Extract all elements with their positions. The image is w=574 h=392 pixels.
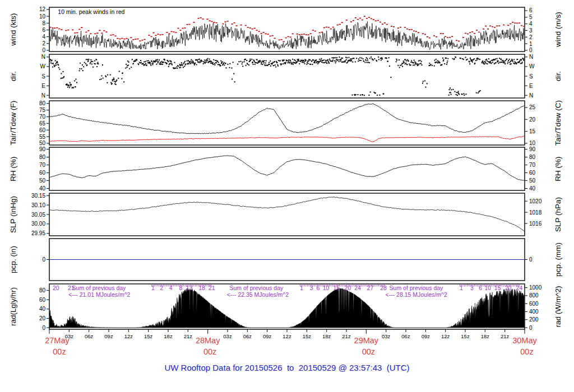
hour-tick-label: 12z <box>124 333 133 339</box>
hour-tick-label: 09z <box>263 333 272 339</box>
dir-left-tick-label: E <box>41 83 45 89</box>
wind-left-tick-label: 8 <box>42 20 45 26</box>
dir-right-tick-label: E <box>529 83 533 89</box>
rad-left-axis-label: rad(Lgly/hr) <box>9 287 17 326</box>
rad-sum-number: 28 <box>380 284 387 291</box>
wind-speed-line <box>49 21 524 49</box>
temp-left-tick-label: 65 <box>39 120 46 127</box>
dir-left-axis-label: dir. <box>9 71 17 81</box>
rad-right-tick-label: 400 <box>529 309 539 315</box>
wind-right-tick-label: 4 <box>529 21 533 27</box>
rh-right-axis-label: RH (%) <box>554 156 562 181</box>
hour-tick-label: 06z <box>401 333 410 339</box>
hour-tick-label: 15z <box>144 333 153 339</box>
rh-left-tick-label: 40 <box>39 185 46 192</box>
slp-left-tick-label: 30.15 <box>31 193 45 199</box>
rad-sum-number: 18 <box>198 284 205 291</box>
temp-right-tick-label: 20 <box>529 116 536 123</box>
wind-left-tick-label: 10 <box>39 13 46 20</box>
temp-left-tick-label: 55 <box>39 134 46 140</box>
rad-sum-number: 6 <box>479 284 482 291</box>
rh-left-tick-label: 80 <box>39 154 46 160</box>
rad-right-tick-label: 1000 <box>529 284 542 291</box>
rh-right-tick-label: 40 <box>529 185 536 192</box>
dir-right-tick-label: N <box>529 54 533 60</box>
slp-left-tick-label: 30.05 <box>31 212 45 218</box>
rad-sum-number: 20 <box>53 284 59 291</box>
temp-right-tick-label: 25 <box>529 104 536 110</box>
rh-right-tick-label: 90 <box>529 146 536 152</box>
slp-left-tick-label: 29.95 <box>31 230 45 236</box>
rad-sum-text: <--- 22.35 MJoules/m^2 <box>227 291 289 298</box>
rad-sum-text: <--- 21.01 MJoules/m^2 <box>68 291 130 298</box>
wind-right-tick-label: 6 <box>529 7 533 13</box>
hour-tick-label: 21z <box>342 333 351 339</box>
pcp-left-axis-label: pcp. (in) <box>9 246 17 273</box>
hour-tick-label: 09z <box>422 333 430 339</box>
rh-right-tick-label: 80 <box>529 154 536 160</box>
dir-right-tick-label: W <box>529 63 535 69</box>
slp-right-tick-label: 1016 <box>529 221 542 227</box>
slp-line <box>49 197 525 232</box>
day-label-date: 27May <box>45 336 70 345</box>
rh-right-tick-label: 60 <box>529 170 536 176</box>
rad-sum-number: 1 <box>300 284 303 291</box>
rad-sum-number: 2 <box>160 284 163 291</box>
rad-sum-text: Sum of previous day <box>390 284 443 291</box>
wind-left-tick-label: 6 <box>42 27 45 33</box>
rad-right-tick-label: 0 <box>529 325 533 331</box>
rad-sum-number: 24 <box>516 284 523 291</box>
weather-multipanel-chart: 10 min. peak winds in red024681012012345… <box>0 0 574 392</box>
hour-tick-label: 06z <box>85 333 94 339</box>
temp-right-axis-label: Tair/Tdew (C) <box>554 100 562 146</box>
rh-right-tick-label: 50 <box>529 178 536 184</box>
rh-left-tick-label: 60 <box>39 170 46 176</box>
rad-right-tick-label: 800 <box>529 292 539 298</box>
pcp-left-tick-label: 0 <box>42 256 45 263</box>
slp-left-tick-label: 30.10 <box>31 202 45 208</box>
hour-tick-label: 09z <box>104 333 113 339</box>
rad-sum-number: 20 <box>505 284 512 291</box>
hour-tick-label: 03z <box>382 333 391 339</box>
dir-left-tick-label: W <box>40 63 46 69</box>
dir-right-tick-label: N <box>529 92 533 99</box>
dir-scatter-points <box>49 57 525 96</box>
rad-sum-number: 13 <box>186 284 193 291</box>
dir-left-tick-label: N <box>41 92 45 99</box>
rad-sum-number: 3 <box>470 284 474 291</box>
hour-tick-label: 18z <box>164 333 173 339</box>
dir-right-axis-label: dir. <box>554 71 562 81</box>
rad-left-tick-label: 60 <box>39 297 46 303</box>
temp-left-tick-label: 50 <box>39 140 46 146</box>
rad-sum-number: 15 <box>494 284 501 291</box>
temp-right-tick-label: 10 <box>529 140 536 146</box>
panel-slp-frame <box>49 193 525 236</box>
rad-purple-annotations: 2021124813182113610152024272813610152024… <box>53 284 523 298</box>
rad-sum-text: Sum of previous day <box>230 284 284 291</box>
rad-left-tick-label: 0 <box>42 325 45 331</box>
slp-left-tick-label: 30.00 <box>31 221 45 227</box>
hour-tick-label: 03z <box>223 333 232 339</box>
rad-sum-number: 4 <box>169 284 173 291</box>
rad-sum-number: 15 <box>333 284 340 291</box>
rad-sum-number: 3 <box>310 284 313 291</box>
rad-sum-text: Sum of previous day <box>72 284 126 291</box>
rh-right-tick-label: 70 <box>529 162 536 168</box>
hour-tick-label: 18z <box>322 333 331 339</box>
day-label-time: 00z <box>53 347 66 356</box>
day-label-time: 00z <box>520 347 533 356</box>
rh-left-axis-label: RH (%) <box>9 156 17 181</box>
wind-peak-marks <box>49 16 525 42</box>
rad-sum-number: 8 <box>179 284 182 291</box>
rad-sum-number: 20 <box>345 284 351 291</box>
hour-tick-label: 12z <box>283 333 291 339</box>
rh-left-tick-label: 90 <box>39 146 46 152</box>
pcp-right-axis-label: pcp. (mm) <box>554 242 562 277</box>
temp-left-tick-label: 60 <box>39 127 46 133</box>
temp-right-tick-label: 15 <box>529 128 536 134</box>
hour-tick-label: 06z <box>243 333 252 339</box>
slp-left-axis-label: SLP (inHg) <box>9 196 17 233</box>
rad-left-tick-label: 80 <box>39 287 46 293</box>
hour-tick-label: 21z <box>501 333 510 339</box>
wind-left-tick-label: 0 <box>42 47 45 53</box>
